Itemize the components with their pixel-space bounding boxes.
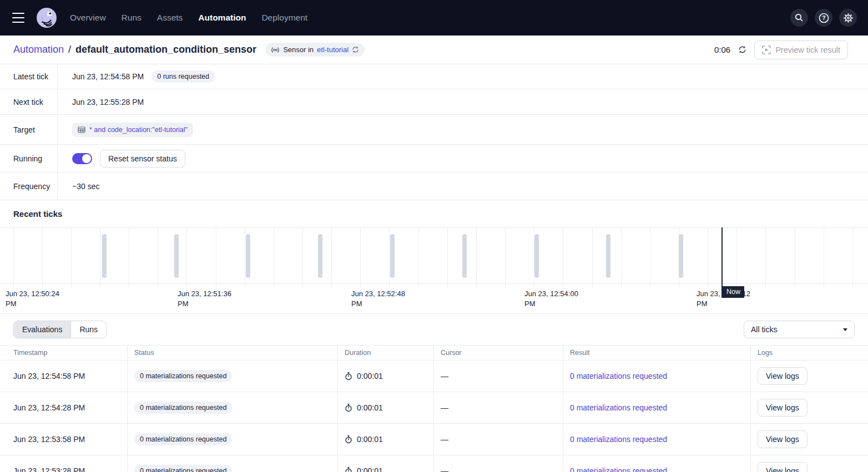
view-logs-button[interactable]: View logs	[758, 430, 808, 448]
running-label: Running	[0, 145, 58, 172]
target-label: Target	[0, 115, 58, 144]
latest-tick-label: Latest tick	[0, 64, 58, 89]
timeline-gridline	[186, 228, 187, 287]
result-link[interactable]: 0 materializations requested	[570, 403, 667, 412]
next-tick-time: Jun 23, 12:55:28 PM	[72, 98, 144, 106]
timeline-gridline	[418, 228, 419, 287]
nav-item-runs[interactable]: Runs	[122, 13, 142, 23]
cell-status: 0 materializations requested	[127, 392, 337, 423]
cell-duration: 0:00:01	[337, 455, 433, 472]
timeline-gridline	[302, 228, 303, 287]
nav-item-deployment[interactable]: Deployment	[261, 13, 307, 23]
cell-result: 0 materializations requested	[563, 424, 750, 455]
tick-bar[interactable]	[246, 234, 250, 278]
hamburger-menu-icon[interactable]	[12, 13, 26, 23]
reset-sensor-status-button[interactable]: Reset sensor status	[100, 150, 185, 168]
timeline-time-label: Jun 23, 12:51:36PM	[178, 289, 231, 309]
latest-tick-status-badge: 0 runs requested	[152, 70, 215, 83]
cell-result: 0 materializations requested	[563, 361, 750, 392]
help-icon[interactable]: ?	[815, 9, 832, 27]
stopwatch-icon	[345, 403, 352, 412]
timeline-time-label-line2: PM	[524, 299, 578, 309]
timeline-time-label-line1: Jun 23, 12:50:24	[6, 289, 59, 299]
target-selection-link[interactable]: * and code_location:"etl-tutorial"	[72, 123, 193, 137]
timeline-time-label-line2: PM	[697, 299, 750, 309]
timeline-gridline	[42, 228, 43, 287]
timeline-time-label-line2: PM	[351, 299, 405, 309]
tick-filter-select[interactable]: All ticks	[744, 321, 855, 338]
recent-ticks-timeline: Jun 23, 12:50:24PMJun 23, 12:51:36PMJun …	[0, 227, 868, 314]
view-logs-button[interactable]: View logs	[758, 367, 808, 385]
timeline-gridline	[216, 228, 216, 287]
sensor-badge-prefix: Sensor in	[283, 45, 314, 54]
cell-cursor: —	[433, 455, 563, 472]
timeline-time-label-line2: PM	[6, 299, 59, 309]
table-row: Jun 23, 12:54:28 PM0 materializations re…	[0, 392, 868, 424]
cell-cursor: —	[433, 392, 563, 423]
result-link[interactable]: 0 materializations requested	[570, 466, 667, 472]
duration-value: 0:00:01	[357, 466, 383, 472]
col-header-cursor: Cursor	[433, 346, 563, 360]
tick-bar[interactable]	[534, 234, 539, 278]
nav-item-overview[interactable]: Overview	[70, 13, 106, 23]
breadcrumb-separator: /	[68, 44, 71, 55]
dagster-logo-icon[interactable]	[37, 8, 57, 28]
cell-timestamp: Jun 23, 12:53:58 PM	[0, 424, 127, 455]
preview-tick-result-button[interactable]: Preview tick result	[754, 40, 848, 59]
page-title: default_automation_condition_sensor	[75, 44, 256, 55]
tab-runs[interactable]: Runs	[71, 321, 106, 338]
tab-evaluations[interactable]: Evaluations	[14, 321, 71, 338]
stopwatch-icon	[345, 435, 352, 444]
gear-icon[interactable]	[839, 9, 857, 27]
refresh-icon[interactable]	[352, 46, 359, 53]
stopwatch-icon	[345, 466, 352, 472]
code-location-link[interactable]: etl-tutorial	[317, 45, 349, 54]
tick-bar[interactable]	[606, 234, 610, 278]
timeline-gridline	[129, 228, 129, 287]
nav-item-automation[interactable]: Automation	[198, 13, 246, 23]
latest-tick-time: Jun 23, 12:54:58 PM	[72, 72, 144, 81]
cell-timestamp: Jun 23, 12:54:28 PM	[0, 392, 127, 423]
timeline-gridline	[852, 228, 853, 287]
tick-bar[interactable]	[102, 234, 107, 278]
view-logs-button[interactable]: View logs	[758, 399, 808, 417]
countdown-timer: 0:06	[714, 45, 730, 54]
frequency-value: ~30 sec	[72, 182, 99, 191]
table-row: Jun 23, 12:54:58 PM0 materializations re…	[0, 361, 868, 392]
nav-item-assets[interactable]: Assets	[157, 13, 183, 23]
cell-logs: View logs	[750, 361, 868, 392]
timeline-gridline	[158, 228, 158, 287]
detail-row-target: Target * and code_location:"etl-tutorial…	[0, 115, 868, 145]
cell-duration: 0:00:01	[337, 361, 433, 392]
timeline-gridline	[621, 228, 622, 287]
view-logs-button[interactable]: View logs	[758, 462, 808, 472]
detail-row-frequency: Frequency ~30 sec	[0, 172, 868, 200]
tick-bar[interactable]	[679, 234, 683, 278]
duration-value: 0:00:01	[357, 403, 383, 412]
cell-result: 0 materializations requested	[563, 455, 750, 472]
breadcrumb-automation-link[interactable]: Automation	[13, 44, 64, 55]
status-badge: 0 materializations requested	[134, 402, 232, 414]
timeline-gridline	[71, 228, 72, 287]
tick-bar[interactable]	[174, 234, 179, 278]
result-link[interactable]: 0 materializations requested	[570, 435, 667, 444]
search-icon[interactable]	[790, 9, 808, 27]
cell-logs: View logs	[750, 424, 868, 455]
tick-bar[interactable]	[462, 234, 467, 278]
chevron-down-icon	[843, 328, 847, 331]
detail-row-latest-tick: Latest tick Jun 23, 12:54:58 PM 0 runs r…	[0, 64, 868, 89]
preview-icon	[762, 45, 771, 54]
top-nav: OverviewRunsAssetsAutomationDeployment ?	[0, 0, 868, 35]
table-row: Jun 23, 12:53:58 PM0 materializations re…	[0, 424, 868, 455]
running-toggle[interactable]	[72, 153, 92, 164]
refresh-icon[interactable]	[738, 45, 746, 54]
stopwatch-icon	[345, 372, 352, 380]
cell-status: 0 materializations requested	[127, 361, 337, 392]
svg-text:?: ?	[822, 14, 825, 21]
recent-ticks-title: Recent ticks	[13, 209, 62, 219]
tick-bar[interactable]	[318, 234, 322, 278]
tick-bar[interactable]	[390, 234, 395, 278]
cell-status: 0 materializations requested	[127, 455, 337, 472]
timeline-gridline	[708, 228, 708, 287]
result-link[interactable]: 0 materializations requested	[570, 372, 667, 380]
